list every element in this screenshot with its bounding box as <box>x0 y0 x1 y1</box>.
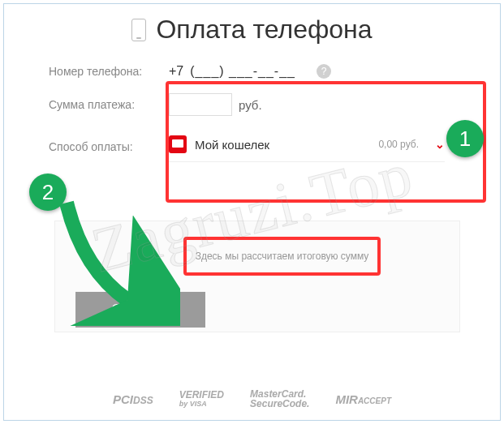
phone-prefix: +7 <box>169 64 183 79</box>
chevron-down-icon: ⌄ <box>435 138 445 151</box>
help-icon[interactable]: ? <box>317 64 331 79</box>
pay-button[interactable]: Оплатить <box>75 292 205 328</box>
mir-accept-badge: MIRACCEPT <box>335 393 391 406</box>
amount-input[interactable] <box>169 93 232 116</box>
method-field: Мой кошелек 0,00 руб. ⌄ <box>169 131 472 162</box>
phone-icon <box>131 19 146 41</box>
wallet-selector[interactable]: Мой кошелек 0,00 руб. ⌄ <box>169 131 445 162</box>
step-badge-2: 2 <box>29 173 67 211</box>
wallet-name: Мой кошелек <box>195 138 370 152</box>
pci-dss-badge: PCIDSS <box>113 393 153 406</box>
phone-mask[interactable]: (___) ___-__-__ <box>190 64 295 79</box>
amount-field: руб. <box>169 93 472 116</box>
verified-by-visa-badge: VERIFIEDby VISA <box>179 390 224 408</box>
step-badge-1: 1 <box>446 120 484 157</box>
footer-badges: PCIDSS VERIFIEDby VISA MasterCard.Secure… <box>0 389 504 409</box>
wallet-balance: 0,00 руб. <box>378 139 419 150</box>
wallet-icon <box>169 135 187 153</box>
phone-field[interactable]: +7 (___) ___-__-__ ? <box>169 64 472 79</box>
mastercard-securecode-badge: MasterCard.SecureCode. <box>250 389 309 409</box>
amount-unit: руб. <box>239 98 262 112</box>
